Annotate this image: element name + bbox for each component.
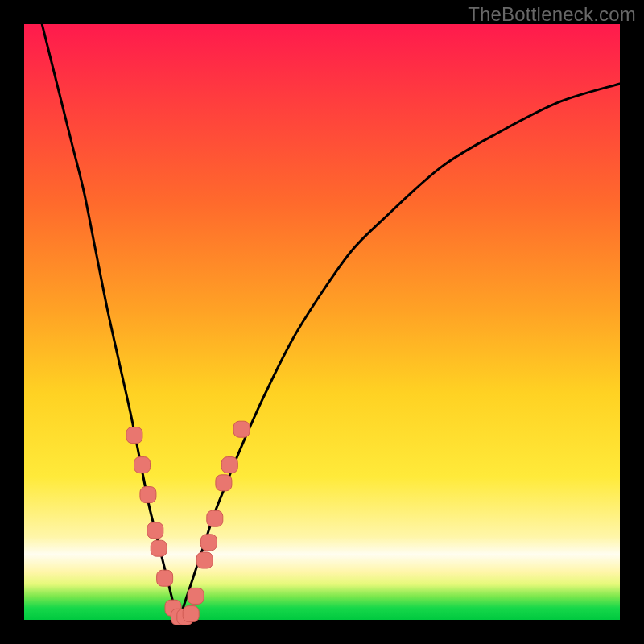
chart-container: TheBottleneck.com — [0, 0, 644, 644]
plot-gradient-background — [24, 24, 620, 620]
watermark-label: TheBottleneck.com — [468, 3, 636, 26]
